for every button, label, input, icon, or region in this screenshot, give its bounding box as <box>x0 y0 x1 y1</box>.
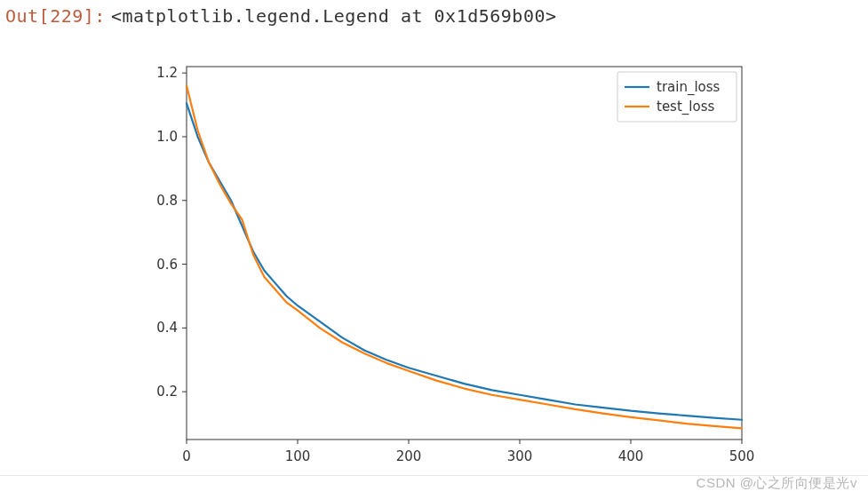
x-tick-label: 500 <box>729 448 755 464</box>
chart-container: 01002003004005000.20.40.60.81.01.2train_… <box>138 58 760 475</box>
x-tick-label: 400 <box>618 448 644 464</box>
notebook-output-row: Out[229]: <matplotlib.legend.Legend at 0… <box>0 0 868 27</box>
output-repr: <matplotlib.legend.Legend at 0x1d569b00> <box>111 5 557 27</box>
y-tick-label: 0.8 <box>156 193 178 209</box>
legend-label-test_loss: test_loss <box>657 99 714 115</box>
x-tick-label: 300 <box>507 448 533 464</box>
series-test_loss <box>187 86 742 429</box>
line-chart: 01002003004005000.20.40.60.81.01.2train_… <box>138 58 760 475</box>
watermark: CSDN @心之所向便是光v <box>697 475 857 492</box>
y-tick-label: 0.4 <box>156 320 178 336</box>
y-tick-label: 0.6 <box>156 257 178 273</box>
y-tick-label: 0.2 <box>156 384 178 400</box>
legend-label-train_loss: train_loss <box>657 79 721 96</box>
x-tick-label: 0 <box>182 448 191 464</box>
y-tick-label: 1.2 <box>156 65 178 81</box>
y-tick-label: 1.0 <box>156 129 178 145</box>
x-tick-label: 100 <box>285 448 311 464</box>
x-tick-label: 200 <box>396 448 422 464</box>
series-train_loss <box>187 103 742 419</box>
output-prompt: Out[229]: <box>5 5 111 27</box>
